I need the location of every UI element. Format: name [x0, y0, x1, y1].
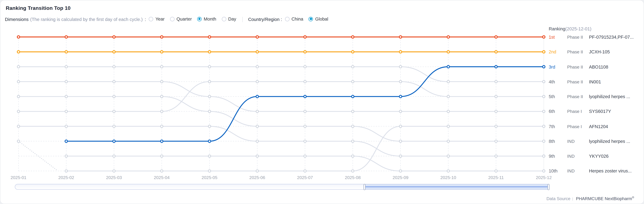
data-source: Data Source： PHARMCUBE NextBiopharm® — [546, 196, 634, 202]
phase-label: IND — [567, 168, 589, 174]
x-axis-label: 2025-08 — [336, 175, 369, 180]
rank-label: 10th — [549, 168, 567, 174]
rank-label: 6th — [549, 109, 567, 114]
ranking-panel-title: Ranking — [549, 26, 565, 31]
ranking-transition-widget: Ranking Transition Top 10 Dimensions (Th… — [0, 0, 644, 204]
product-name: IN001 — [589, 79, 642, 84]
phase-label: IND — [567, 139, 589, 144]
phase-label: Phase II — [567, 50, 589, 54]
phase-label: Phase II — [567, 64, 589, 69]
x-axis-label: 2025-01 — [2, 175, 35, 180]
x-axis-label: 2025-10 — [432, 175, 465, 180]
product-name: PF-07915234,PF-07... — [589, 34, 642, 40]
x-axis-label: 2025-11 — [480, 175, 512, 180]
phase-label: Phase II — [567, 79, 589, 84]
phase-label: IND — [567, 154, 589, 158]
product-name: JCXH-105 — [589, 50, 642, 54]
product-name: lyophilized herpes ... — [589, 139, 642, 144]
x-axis-label: 2025-02 — [50, 175, 83, 180]
data-source-value: PHARMCUBE NextBiopharm — [576, 196, 632, 201]
product-name: ABO1108 — [589, 64, 642, 69]
phase-label: Phase II — [567, 34, 589, 40]
rank-label: 9th — [549, 154, 567, 158]
phase-label: Phase I — [567, 124, 589, 129]
datazoom-left-handle[interactable] — [364, 184, 366, 190]
x-axis-label: 2025-12 — [527, 175, 560, 180]
product-name: SYS6017Y — [589, 109, 642, 114]
phase-label: Phase II — [567, 94, 589, 99]
ranking-row-1st[interactable]: 1stPhase IIPF-07915234,PF-07... — [549, 34, 642, 40]
ranking-row-7th[interactable]: 7thPhase IAFN1204 — [549, 123, 642, 130]
datazoom-right-handle[interactable] — [547, 184, 549, 190]
ranking-row-10th[interactable]: 10thINDHerpes zoster virus... — [549, 168, 642, 174]
product-name: lyophilized herpes ... — [589, 94, 642, 99]
x-axis-label: 2025-03 — [98, 175, 130, 180]
datazoom-centerline — [365, 186, 548, 187]
rank-label: 2nd — [549, 50, 567, 54]
x-axis-label: 2025-09 — [384, 175, 417, 180]
product-name: Herpes zoster virus... — [589, 168, 642, 174]
ranking-row-8th[interactable]: 8thINDlyophilized herpes ... — [549, 138, 642, 144]
datazoom-slider[interactable] — [15, 184, 549, 190]
ranking-row-5th[interactable]: 5thPhase IIlyophilized herpes ... — [549, 93, 642, 100]
datazoom-selected-range[interactable] — [365, 184, 548, 190]
ranking-panel-date: (2025-12-01) — [565, 26, 591, 31]
x-axis-label: 2025-05 — [193, 175, 226, 180]
ranking-row-4th[interactable]: 4thPhase IIIN001 — [549, 78, 642, 85]
rank-label: 7th — [549, 124, 567, 129]
ranking-row-2nd[interactable]: 2ndPhase IIJCXH-105 — [549, 48, 642, 55]
x-axis-label: 2025-04 — [145, 175, 178, 180]
rank-label: 8th — [549, 139, 567, 144]
rank-label: 5th — [549, 94, 567, 99]
x-axis-label: 2025-07 — [289, 175, 322, 180]
product-name: YKYY026 — [589, 154, 642, 158]
phase-label: Phase I — [567, 109, 589, 114]
x-axis-label: 2025-06 — [241, 175, 274, 180]
ranking-row-3rd[interactable]: 3rdPhase IIABO1108 — [549, 64, 642, 70]
bump-chart — [0, 0, 644, 204]
ranking-row-6th[interactable]: 6thPhase ISYS6017Y — [549, 108, 642, 115]
rank-label: 1st — [549, 34, 567, 40]
registered-mark: ® — [632, 196, 634, 199]
data-source-label: Data Source： — [546, 196, 575, 201]
rank-label: 3rd — [549, 64, 567, 69]
rank-label: 4th — [549, 79, 567, 84]
ranking-panel-header: Ranking(2025-12-01) — [549, 26, 591, 31]
product-name: AFN1204 — [589, 124, 642, 129]
ranking-row-9th[interactable]: 9thINDYKYY026 — [549, 153, 642, 160]
